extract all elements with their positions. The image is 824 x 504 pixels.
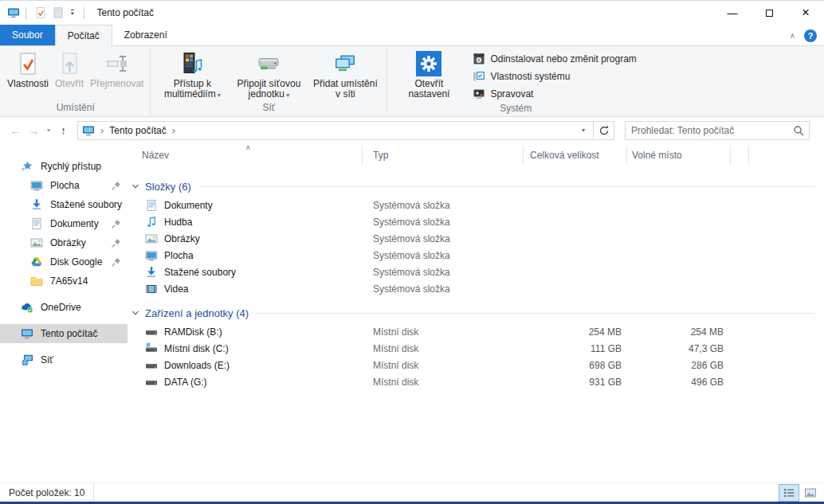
ribbon-button-prejmenovat: Přejmenovat — [87, 48, 147, 89]
ribbon-button-label: Vlastnosti — [7, 79, 49, 89]
sidebar-item-obrazky[interactable]: Obrázky — [0, 233, 128, 252]
file-name: Plocha — [164, 250, 194, 261]
close-button[interactable]: × — [787, 1, 824, 25]
minimize-button[interactable]: — — [714, 1, 751, 25]
file-name: RAMDisk (B:) — [164, 326, 222, 338]
recent-locations-dropdown-icon[interactable]: ▾ — [43, 127, 54, 134]
ribbon-group-separator — [150, 48, 151, 115]
address-dropdown-icon[interactable]: ▾ — [578, 127, 589, 134]
ribbon-button-pristup-k-multimediim[interactable]: Přístup k multimédiím ▾ — [154, 48, 230, 100]
file-name-cell: Downloads (E:) — [128, 357, 363, 373]
column-header-free-space[interactable]: Volné místo — [627, 146, 731, 165]
ribbon-button-otevrit-nastaveni[interactable]: Otevřít nastavení — [390, 48, 467, 100]
file-row-dokumenty[interactable]: DokumentySystémová složka — [128, 197, 824, 213]
ribbon-group-label: Systém — [390, 103, 640, 116]
ribbon-button-pridat-umisteni-v-siti[interactable]: Přidat umístění v síti — [307, 48, 383, 100]
add-network-location-icon — [332, 51, 358, 76]
pin-icon[interactable] — [110, 180, 122, 192]
drive-windows-icon — [145, 342, 158, 355]
tab-view[interactable]: Zobrazení — [112, 25, 179, 45]
file-row-obrazky[interactable]: ObrázkySystémová složka — [128, 230, 824, 247]
file-row-videa[interactable]: VideaSystémová složka — [128, 280, 824, 297]
section-collapse-icon[interactable] — [131, 182, 139, 190]
blank-cell — [731, 264, 749, 280]
blank-cell — [731, 373, 749, 390]
sidebar-item-label: Tento počítač — [41, 328, 128, 339]
sidebar-item-sit[interactable]: Síť — [0, 350, 128, 369]
sidebar-item-stazene-soubory[interactable]: Stažené soubory — [0, 195, 128, 214]
file-row-hudba[interactable]: HudbaSystémová složka — [128, 213, 824, 230]
file-type-cell: Systémová složka — [363, 264, 524, 280]
pin-icon[interactable] — [110, 237, 122, 249]
help-button[interactable]: ? — [804, 29, 817, 42]
google-drive-icon — [30, 256, 43, 268]
file-row-plocha[interactable]: PlochaSystémová složka — [128, 247, 824, 264]
address-bar[interactable]: › Tento počítač › ▾ — [77, 121, 594, 140]
ribbon-button-pripojit-sitovou-jednotku[interactable]: Připojit síťovou jednotku ▾ — [230, 48, 307, 100]
file-name: Místní disk (C:) — [164, 343, 229, 354]
ribbon-button-odinstalovat-nebo-zmenit-program[interactable]: Odinstalovat nebo změnit program — [469, 50, 640, 68]
file-row-data-g[interactable]: DATA (G:)Místní disk931 GB496 GB — [128, 373, 824, 390]
sidebar-item-dokumenty[interactable]: Dokumenty — [0, 214, 128, 233]
ribbon-button-otevrit: Otevřít — [52, 48, 87, 89]
file-row-stazene-soubory[interactable]: Stažené souborySystémová složka — [128, 264, 824, 280]
sidebar-item-rychly-pristup[interactable]: Rychlý přístup — [0, 157, 128, 176]
column-header-type[interactable]: Typ — [363, 146, 524, 165]
details-view-button[interactable] — [779, 485, 798, 501]
pin-icon[interactable] — [110, 218, 122, 230]
pin-icon[interactable] — [110, 256, 122, 268]
column-header-total-size[interactable]: Celková velikost — [524, 146, 627, 165]
ribbon-button-spravovat[interactable]: Spravovat — [469, 85, 640, 103]
total-size-cell — [524, 280, 627, 297]
tab-computer[interactable]: Počítač — [55, 25, 112, 46]
sidebar-item-plocha[interactable]: Plocha — [0, 176, 128, 195]
drive-icon — [145, 376, 158, 389]
blank-cell — [731, 323, 749, 340]
ribbon-button-vlastnosti[interactable]: Vlastnosti — [4, 48, 52, 89]
file-name: Stažené soubory — [164, 267, 236, 278]
forward-button[interactable]: → — [25, 124, 43, 137]
back-button[interactable]: ← — [6, 124, 25, 137]
qat-new-folder-button[interactable] — [52, 6, 65, 19]
this-pc-icon — [7, 6, 20, 19]
maximize-button[interactable] — [751, 1, 787, 25]
total-size-cell: 254 MB — [524, 323, 627, 340]
ribbon-collapse-icon[interactable]: ∧ — [790, 31, 795, 40]
blank-cell — [731, 340, 749, 357]
refresh-button[interactable] — [594, 121, 614, 140]
group-header-zarizeni-a-jednotky-4[interactable]: Zařízení a jednotky (4) — [131, 304, 824, 322]
file-name-cell: DATA (G:) — [128, 373, 363, 390]
up-button[interactable]: ↑ — [54, 124, 73, 137]
ribbon-group-label: Síť — [154, 102, 383, 116]
downloads-icon — [30, 198, 43, 211]
dropdown-caret-icon: ▾ — [216, 92, 221, 99]
file-row-mistni-disk-c[interactable]: Místní disk (C:)Místní disk111 GB47,3 GB — [128, 340, 824, 357]
total-size-cell — [524, 230, 627, 247]
group-header-slozky-6[interactable]: Složky (6) — [131, 178, 824, 195]
breadcrumb-chevron-icon[interactable]: › — [172, 124, 175, 136]
file-row-ramdisk-b[interactable]: RAMDisk (B:)Místní disk254 MB254 MB — [128, 323, 824, 340]
column-header-name[interactable]: Název ∧ — [128, 146, 363, 165]
search-input[interactable] — [626, 125, 792, 136]
status-bar: Počet položek: 10 — [0, 483, 824, 502]
ribbon-button-vlastnosti-systemu[interactable]: Vlastnosti systému — [469, 68, 640, 85]
thumbnails-view-button[interactable] — [801, 485, 820, 501]
ribbon: VlastnostiOtevřítPřejmenovatUmístěníPřís… — [0, 46, 824, 117]
breadcrumb-this-pc[interactable]: Tento počítač — [109, 125, 166, 136]
sidebar-item-tento-pocitac[interactable]: Tento počítač — [0, 324, 128, 343]
sidebar-item-7a65v14[interactable]: 7A65v14 — [0, 272, 128, 291]
qat-customize-dropdown-icon[interactable]: ▾ — [71, 10, 74, 16]
sidebar-item-label: Obrázky — [50, 237, 110, 248]
sidebar-item-disk-google[interactable]: Disk Google — [0, 252, 128, 272]
file-row-downloads-e[interactable]: Downloads (E:)Místní disk698 GB286 GB — [128, 357, 824, 373]
pictures-icon — [30, 236, 43, 249]
section-collapse-icon[interactable] — [131, 309, 139, 317]
onedrive-icon — [21, 301, 33, 314]
qat-properties-button[interactable] — [34, 6, 47, 19]
sidebar-item-label: Stažené soubory — [50, 199, 122, 210]
sidebar-item-onedrive[interactable]: OneDrive — [0, 298, 128, 317]
file-menu-button[interactable]: Soubor — [0, 25, 55, 45]
search-icon[interactable] — [792, 124, 805, 137]
ribbon-button-label: Připojit síťovou jednotku ▾ — [233, 79, 304, 100]
quick-access-star-icon — [21, 160, 33, 173]
